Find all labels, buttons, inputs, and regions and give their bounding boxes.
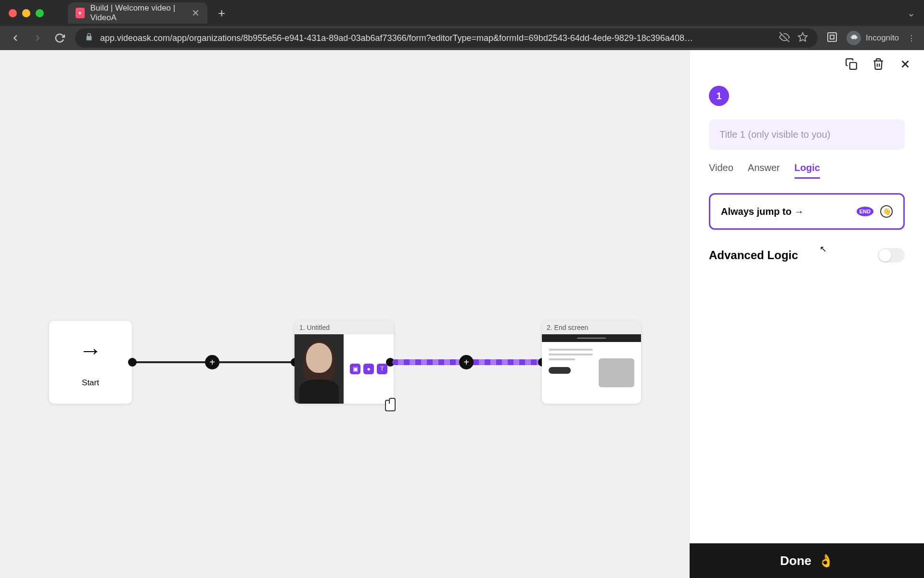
arrow-right-icon: → bbox=[79, 337, 102, 364]
lock-icon bbox=[85, 33, 93, 44]
tab-logic[interactable]: Logic bbox=[795, 162, 820, 179]
incognito-label: Incognito bbox=[866, 33, 899, 43]
step-number-badge: 1 bbox=[709, 86, 729, 106]
start-label: Start bbox=[82, 378, 99, 388]
tab-video[interactable]: Video bbox=[709, 162, 733, 179]
done-button[interactable]: Done 👌 bbox=[690, 543, 924, 578]
advanced-logic-label: Advanced Logic bbox=[709, 249, 798, 262]
close-panel-icon[interactable] bbox=[899, 58, 911, 74]
advanced-logic-toggle[interactable] bbox=[878, 248, 905, 263]
connector-dot bbox=[128, 358, 137, 367]
step-node-1[interactable]: 1. Untitled ▣ ● T bbox=[295, 321, 394, 404]
answer-type-badge-icon bbox=[385, 400, 396, 411]
extensions-icon[interactable] bbox=[826, 31, 838, 45]
app-body: → Start + 1. Untitled ▣ ● T + bbox=[0, 50, 924, 578]
close-tab-icon[interactable]: ✕ bbox=[192, 7, 200, 19]
end-screen-node[interactable]: 2. End screen bbox=[542, 321, 641, 404]
step-title: 1. Untitled bbox=[295, 321, 394, 334]
tabs-dropdown-icon[interactable]: ⌄ bbox=[907, 7, 915, 19]
text-answer-icon: T bbox=[377, 364, 387, 374]
always-jump-card[interactable]: Always jump to → END 👋 bbox=[709, 193, 905, 230]
end-preview bbox=[542, 342, 641, 404]
flow-canvas[interactable]: → Start + 1. Untitled ▣ ● T + bbox=[0, 50, 689, 578]
svg-rect-1 bbox=[828, 33, 836, 41]
url-text: app.videoask.com/app/organizations/8b955… bbox=[100, 33, 693, 43]
delete-icon[interactable] bbox=[872, 58, 885, 74]
add-step-button[interactable]: + bbox=[205, 355, 219, 369]
done-label: Done bbox=[780, 553, 811, 568]
end-top-bar bbox=[542, 334, 641, 342]
video-thumbnail bbox=[295, 334, 344, 404]
star-icon[interactable] bbox=[797, 32, 808, 45]
address-bar[interactable]: app.videoask.com/app/organizations/8b955… bbox=[75, 28, 818, 48]
title-input[interactable]: Title 1 (only visible to you) bbox=[709, 119, 905, 150]
panel-tabs: Video Answer Logic bbox=[709, 162, 905, 179]
svg-marker-0 bbox=[798, 32, 807, 40]
answer-types: ▣ ● T bbox=[344, 334, 394, 404]
svg-rect-2 bbox=[830, 35, 834, 39]
incognito-badge[interactable]: Incognito bbox=[847, 31, 899, 45]
titlebar: ▾ Build | Welcome video | VideoA ✕ + ⌄ bbox=[0, 0, 924, 26]
ok-hand-icon: 👌 bbox=[818, 553, 834, 568]
tab-answer[interactable]: Answer bbox=[748, 162, 780, 179]
maximize-window-button[interactable] bbox=[36, 9, 44, 17]
window-controls bbox=[9, 9, 44, 17]
add-step-button[interactable]: + bbox=[459, 355, 474, 369]
right-panel: 1 Title 1 (only visible to you) Video An… bbox=[689, 50, 924, 578]
end-chip: END bbox=[857, 207, 873, 216]
incognito-icon bbox=[847, 31, 861, 45]
menu-icon[interactable]: ⋮ bbox=[908, 34, 915, 43]
audio-answer-icon: ● bbox=[363, 364, 374, 374]
close-window-button[interactable] bbox=[9, 9, 17, 17]
video-answer-icon: ▣ bbox=[350, 364, 360, 374]
minimize-window-button[interactable] bbox=[22, 9, 30, 17]
forward-button[interactable] bbox=[31, 31, 44, 45]
duplicate-icon[interactable] bbox=[845, 58, 858, 74]
address-bar-row: app.videoask.com/app/organizations/8b955… bbox=[0, 26, 924, 50]
browser-chrome: ▾ Build | Welcome video | VideoA ✕ + ⌄ a… bbox=[0, 0, 924, 50]
always-jump-label: Always jump to → bbox=[721, 206, 804, 217]
reload-button[interactable] bbox=[53, 31, 66, 45]
eye-off-icon[interactable] bbox=[779, 32, 790, 45]
new-tab-button[interactable]: + bbox=[218, 6, 225, 21]
goodbye-icon: 👋 bbox=[880, 205, 893, 218]
svg-rect-3 bbox=[850, 62, 857, 69]
favicon-icon: ▾ bbox=[76, 8, 85, 18]
back-button[interactable] bbox=[9, 31, 22, 45]
step-title: 2. End screen bbox=[542, 321, 641, 334]
panel-header bbox=[690, 50, 924, 81]
browser-tab[interactable]: ▾ Build | Welcome video | VideoA ✕ bbox=[68, 2, 207, 24]
advanced-logic-row: Advanced Logic bbox=[709, 248, 905, 263]
start-node[interactable]: → Start bbox=[49, 321, 132, 404]
tab-title: Build | Welcome video | VideoA bbox=[90, 3, 186, 23]
